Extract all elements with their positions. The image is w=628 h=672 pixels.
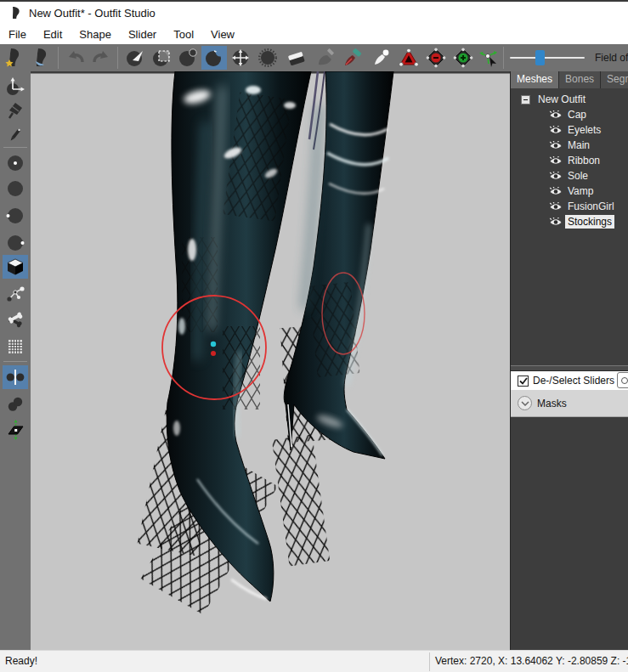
eye-icon[interactable] xyxy=(549,141,563,150)
brush-solid-icon xyxy=(5,178,25,199)
load-project-button[interactable] xyxy=(29,46,54,70)
eye-icon[interactable] xyxy=(549,217,563,227)
redo-icon xyxy=(91,48,111,68)
shaded-view-button[interactable] xyxy=(3,255,28,279)
menu-tool[interactable]: Tool xyxy=(165,25,202,43)
masks-section-header[interactable]: Masks xyxy=(511,390,628,417)
eye-icon[interactable] xyxy=(549,126,563,135)
menu-bar: File Edit Shape Slider Tool View xyxy=(0,24,628,44)
split-edge-icon xyxy=(453,48,473,68)
select-brush-button[interactable] xyxy=(122,46,148,70)
tab-meshes[interactable]: Meshes xyxy=(511,71,559,88)
fov-slider-track[interactable] xyxy=(510,57,585,59)
move-brush-button[interactable] xyxy=(228,46,253,70)
bone-icon xyxy=(5,309,25,330)
menu-view[interactable]: View xyxy=(202,25,243,43)
deflate-brush-icon xyxy=(204,48,224,68)
tab-segments[interactable]: Segments xyxy=(601,71,628,88)
tree-expander-icon[interactable] xyxy=(521,95,530,104)
fov-slider-thumb[interactable] xyxy=(535,50,545,65)
viewport-3d[interactable] xyxy=(31,71,510,650)
wireframe-view-button[interactable] xyxy=(3,335,28,359)
new-project-button[interactable] xyxy=(2,46,27,70)
inflate-brush-icon xyxy=(178,48,198,68)
eye-icon[interactable] xyxy=(549,187,563,196)
undo-icon xyxy=(65,48,86,68)
tree-item-cap[interactable]: Cap xyxy=(511,107,628,122)
chevron-down-icon[interactable] xyxy=(518,396,532,410)
global-brush-collision-button[interactable] xyxy=(3,418,28,442)
split-edge-button[interactable] xyxy=(450,46,476,70)
menu-shape[interactable]: Shape xyxy=(71,25,120,43)
panel-splitter[interactable] xyxy=(511,365,628,371)
overlap-circles-icon xyxy=(5,394,25,415)
connected-edit-button[interactable] xyxy=(3,392,28,416)
window-title: New Outfit* - Outfit Studio xyxy=(29,7,156,20)
mesh-tree: New Outfit Cap Eyelets Main Ribbon Sole xyxy=(511,88,628,365)
tree-item-stockings[interactable]: Stockings xyxy=(511,214,628,229)
move-vertex-button[interactable] xyxy=(476,46,501,70)
menu-file[interactable]: File xyxy=(0,25,35,43)
tree-item-sole[interactable]: Sole xyxy=(511,168,628,184)
brush-solid-button[interactable] xyxy=(3,177,28,200)
alpha-brush-button[interactable] xyxy=(369,46,394,70)
vertex-edit-button[interactable] xyxy=(3,282,28,306)
slider-search-box[interactable] xyxy=(617,372,628,388)
smooth-brush-button[interactable] xyxy=(255,46,280,70)
inflate-brush-button[interactable] xyxy=(175,46,201,70)
menu-edit[interactable]: Edit xyxy=(35,25,71,43)
undo-button[interactable] xyxy=(63,46,88,70)
fov-slider-label: Field of View xyxy=(595,52,628,64)
eye-icon[interactable] xyxy=(549,156,563,166)
pen-tool-button[interactable] xyxy=(3,122,28,146)
menu-slider[interactable]: Slider xyxy=(120,25,165,43)
cube-icon xyxy=(5,257,25,277)
tree-item-vamp[interactable]: Vamp xyxy=(511,184,628,199)
brush-dot-right-button[interactable] xyxy=(3,231,28,255)
plane-axis-icon xyxy=(5,420,25,440)
status-separator xyxy=(429,652,430,671)
deflate-brush-button[interactable] xyxy=(201,46,227,70)
smooth-brush-icon xyxy=(257,48,278,68)
new-project-icon xyxy=(4,48,25,68)
alpha-brush-icon xyxy=(371,48,392,68)
toolbar-separator xyxy=(117,47,118,69)
redo-button[interactable] xyxy=(88,46,114,70)
tree-item-fusiongirl[interactable]: FusionGirl xyxy=(511,199,628,214)
checkmark-icon xyxy=(519,377,528,385)
eye-icon[interactable] xyxy=(549,202,563,212)
tree-item-main[interactable]: Main xyxy=(511,138,628,153)
side-toolbar xyxy=(0,71,31,650)
grid-icon xyxy=(5,336,25,357)
eye-icon[interactable] xyxy=(549,110,563,120)
masks-section-label: Masks xyxy=(537,398,567,409)
toolbar-separator xyxy=(58,47,59,69)
collapse-vertex-button[interactable] xyxy=(396,46,421,70)
eye-icon[interactable] xyxy=(549,172,563,181)
eraser-brush-button[interactable] xyxy=(284,46,309,70)
deselect-sliders-checkbox[interactable] xyxy=(518,376,529,387)
pin-tool-button[interactable] xyxy=(3,99,28,122)
mirror-edit-button[interactable] xyxy=(3,365,28,389)
tree-item-eyelets[interactable]: Eyelets xyxy=(511,122,628,138)
render-boots xyxy=(31,71,510,650)
brush-dot-right-icon xyxy=(5,233,25,253)
transform-tool-button[interactable] xyxy=(3,75,28,99)
brush-dot-left-button[interactable] xyxy=(3,204,28,228)
window-top-border xyxy=(0,0,628,2)
tree-item-ribbon[interactable]: Ribbon xyxy=(511,153,628,168)
mask-brush-button[interactable] xyxy=(149,46,174,70)
weight-brush-button[interactable] xyxy=(313,46,338,70)
right-panel: Meshes Bones Segments New Outfit Cap Eye… xyxy=(510,71,628,650)
brush-center-dot-button[interactable] xyxy=(3,151,28,175)
bones-view-button[interactable] xyxy=(3,308,28,331)
sliders-toggle-row: De-/Select Sliders xyxy=(511,371,628,390)
tab-bones[interactable]: Bones xyxy=(559,71,601,88)
flip-edge-button[interactable] xyxy=(423,46,449,70)
collapse-vertex-icon xyxy=(399,48,419,68)
move-vertex-icon xyxy=(478,48,499,68)
tree-root-new-outfit[interactable]: New Outfit xyxy=(511,92,628,107)
side-toolbar-separator xyxy=(3,147,27,148)
color-brush-button[interactable] xyxy=(340,46,365,70)
select-brush-icon xyxy=(125,48,145,68)
